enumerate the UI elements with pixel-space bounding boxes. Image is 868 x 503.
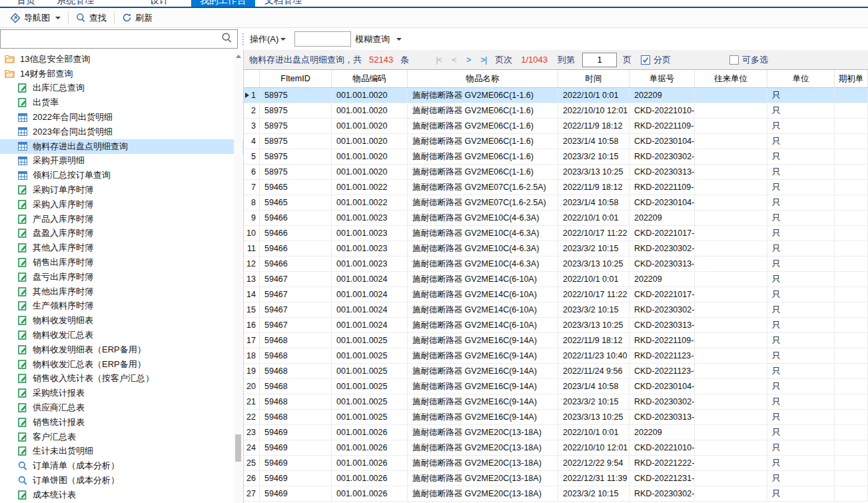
table-row[interactable]: 258975001.001.0020施耐德断路器 GV2ME06C(1-1.6)… — [244, 103, 868, 119]
sidebar-item[interactable]: 销售出库序时簿 — [0, 255, 243, 270]
sidebar-item[interactable]: 产品入库序时簿 — [0, 212, 243, 227]
table-cell: 001.001.0022 — [332, 180, 408, 195]
table-row[interactable]: 759465001.001.0022施耐德断路器 GV2ME07C(1.6-2.… — [244, 180, 868, 195]
sidebar-item[interactable]: 领料汇总按订单查询 — [0, 168, 243, 183]
paging-checkbox[interactable] — [641, 55, 650, 65]
table-row[interactable]: 1659467001.001.0024施耐德断路器 GV2ME14C(6-10A… — [244, 318, 868, 333]
sidebar-item[interactable]: 生计未出货明细 — [0, 444, 243, 459]
sidebar-item[interactable]: 物料存进出盘点明细查询 — [0, 139, 243, 154]
sidebar-item[interactable]: 2022年合同出货明细 — [0, 110, 243, 125]
toolbar-grip[interactable] — [242, 33, 244, 45]
table-row[interactable]: 1359467001.001.0024施耐德断路器 GV2ME14C(6-10A… — [244, 272, 868, 287]
refresh-button[interactable]: 刷新 — [116, 9, 159, 27]
column-header-1[interactable]: FItemID — [260, 70, 332, 87]
sidebar-item[interactable]: 销售收入统计表（按客户汇总） — [0, 372, 243, 386]
multi-select-checkbox[interactable] — [729, 55, 739, 65]
sidebar-item[interactable]: 出货率 — [0, 95, 243, 110]
menu-tab-4[interactable]: 我的工作台 — [191, 0, 255, 7]
sidebar-item[interactable]: 销售统计报表 — [0, 415, 243, 430]
table-row[interactable]: 2359469001.001.0026施耐德断路器 GV2ME20C(13-18… — [244, 425, 868, 440]
table-row[interactable]: 1959468001.001.0025施耐德断路器 GV2ME16C(9-14A… — [244, 364, 868, 379]
sidebar-item[interactable]: 13信息安全部查询 — [0, 52, 243, 67]
table-cell: 2022/10/10 12:01 — [558, 440, 630, 455]
table-row[interactable]: 658975001.001.0020施耐德断路器 GV2ME06C(1-1.6)… — [244, 165, 868, 180]
table-row[interactable]: 558975001.001.0020施耐德断路器 GV2ME06C(1-1.6)… — [244, 149, 868, 165]
table-row[interactable]: 959466001.001.0023施耐德断路器 GV2ME10C(4-6.3A… — [244, 211, 868, 226]
sidebar-item[interactable]: 其他出库序时簿 — [0, 284, 243, 299]
navigation-map-button[interactable]: 导航图 — [4, 9, 67, 27]
table-row[interactable]: 859465001.001.0022施耐德断路器 GV2ME07C(1.6-2.… — [244, 195, 868, 211]
filter-value-input[interactable] — [294, 31, 351, 47]
row-number: 17 — [246, 336, 256, 345]
sidebar-item[interactable]: 2023年合同出货明细 — [0, 125, 243, 139]
sidebar-item[interactable]: 供应商汇总表 — [0, 400, 243, 415]
scrollbar-thumb[interactable] — [235, 434, 241, 462]
sidebar-item[interactable]: 盘亏出库序时簿 — [0, 270, 243, 284]
prev-page-icon[interactable]: < — [452, 55, 456, 65]
sidebar-item[interactable]: 采购订单序时簿 — [0, 183, 243, 197]
sidebar-item[interactable]: 物料收发明细表 — [0, 313, 243, 328]
sidebar-item[interactable]: 订单饼图（成本分析） — [0, 473, 243, 488]
report-icon — [17, 330, 27, 340]
table-cell: 施耐德断路器 GV2ME10C(4-6.3A) — [408, 256, 558, 271]
sidebar-item[interactable]: 盘盈入库序时簿 — [0, 227, 243, 241]
sidebar-item[interactable]: 客户汇总表 — [0, 430, 243, 444]
table-row[interactable]: 1059466001.001.0023施耐德断路器 GV2ME10C(4-6.3… — [244, 226, 868, 241]
menu-tab-1[interactable]: 首页 — [17, 0, 35, 7]
table-row[interactable]: 2459469001.001.0026施耐德断路器 GV2ME20C(13-18… — [244, 440, 868, 456]
goto-page-input[interactable] — [582, 53, 617, 67]
sidebar-item[interactable]: 成本统计表 — [0, 488, 243, 502]
column-header-indicator[interactable] — [244, 70, 260, 87]
table-row[interactable]: 158975001.001.0020施耐德断路器 GV2ME06C(1-1.6)… — [244, 88, 868, 103]
sidebar-item[interactable]: 其他入库序时簿 — [0, 241, 243, 255]
scroll-up-icon[interactable] — [236, 55, 241, 58]
table-row[interactable]: 358975001.001.0020施耐德断路器 GV2ME06C(1-1.6)… — [244, 119, 868, 134]
column-header-7[interactable]: 单位 — [767, 70, 835, 87]
table-icon — [17, 113, 27, 123]
table-row[interactable]: 2759469001.001.0026施耐德断路器 GV2ME20C(13-18… — [244, 486, 868, 502]
column-header-6[interactable]: 往来单位 — [695, 70, 767, 87]
menu-tab-3[interactable]: 设计 — [150, 0, 169, 7]
next-page-icon[interactable]: > — [466, 55, 471, 65]
table-row[interactable]: 1759468001.001.0025施耐德断路器 GV2ME16C(9-14A… — [244, 333, 868, 348]
table-row[interactable]: 1459467001.001.0024施耐德断路器 GV2ME14C(6-10A… — [244, 287, 868, 302]
table-cell: 202209 — [630, 211, 695, 225]
sidebar-scrollbar[interactable] — [234, 50, 242, 503]
sidebar-item[interactable]: 物料收发汇总表（ERP备用） — [0, 357, 243, 372]
table-row[interactable]: 2259468001.001.0025施耐德断路器 GV2ME16C(9-14A… — [244, 410, 868, 425]
column-header-8[interactable]: 期初单 — [835, 70, 868, 87]
table-row[interactable]: 2159468001.001.0025施耐德断路器 GV2ME16C(9-14A… — [244, 394, 868, 410]
operate-menu-button[interactable]: 操作(A) — [250, 33, 286, 45]
table-row[interactable]: 458975001.001.0020施耐德断路器 GV2ME06C(1-1.6)… — [244, 134, 868, 149]
table-row[interactable]: 1259466001.001.0023施耐德断路器 GV2ME10C(4-6.3… — [244, 256, 868, 272]
sidebar-item[interactable]: 采购开票明细 — [0, 154, 243, 169]
menu-tab-5[interactable]: 文档管理 — [264, 0, 302, 7]
last-page-icon[interactable]: >| — [480, 55, 486, 65]
table-cell — [695, 272, 767, 286]
sidebar-item[interactable]: 物料收发汇总表 — [0, 328, 243, 342]
table-row[interactable]: 2059468001.001.0025施耐德断路器 GV2ME16C(9-14A… — [244, 379, 868, 394]
table-row[interactable]: 2659469001.001.0026施耐德断路器 GV2ME20C(13-18… — [244, 471, 868, 486]
column-header-2[interactable]: 物品编码 — [332, 70, 408, 87]
first-page-icon[interactable]: |< — [436, 55, 442, 65]
sidebar-search-input[interactable] — [1, 34, 221, 44]
column-header-5[interactable]: 单据号 — [630, 70, 695, 87]
table-row[interactable]: 1859468001.001.0025施耐德断路器 GV2ME16C(9-14A… — [244, 348, 868, 364]
sidebar-item[interactable]: 出库汇总查询 — [0, 81, 243, 96]
sidebar-item[interactable]: 物料收发明细表（ERP备用） — [0, 342, 243, 357]
sidebar-item[interactable]: 订单清单（成本分析） — [0, 458, 243, 473]
sidebar-item[interactable]: 生产领料序时簿 — [0, 299, 243, 314]
sidebar-item[interactable]: 14财务部查询 — [0, 67, 243, 81]
menu-tab-2[interactable]: 系统管理 — [57, 0, 94, 7]
tab-bar: 首页系统管理设计我的工作台文档管理 — [0, 0, 868, 7]
table-row[interactable]: 2559469001.001.0026施耐德断路器 GV2ME20C(13-18… — [244, 456, 868, 471]
row-number-cell: 5 — [244, 149, 260, 164]
fuzzy-query-dropdown[interactable]: 模糊查询 — [355, 33, 402, 45]
sidebar-item[interactable]: 采购统计报表 — [0, 386, 243, 400]
table-row[interactable]: 1559467001.001.0024施耐德断路器 GV2ME14C(6-10A… — [244, 302, 868, 318]
sidebar-item[interactable]: 采购入库序时簿 — [0, 197, 243, 212]
find-button[interactable]: 查找 — [70, 9, 113, 27]
table-row[interactable]: 1159466001.001.0023施耐德断路器 GV2ME10C(4-6.3… — [244, 241, 868, 256]
column-header-4[interactable]: 时间 — [558, 70, 630, 87]
column-header-3[interactable]: 物品名称 — [408, 70, 558, 87]
